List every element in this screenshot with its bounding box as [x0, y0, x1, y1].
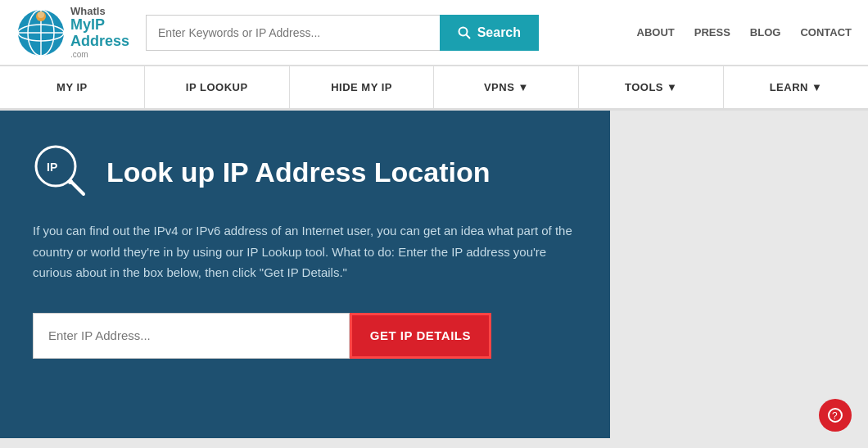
logo-globe-icon	[16, 8, 66, 57]
nav-contact[interactable]: CONTACT	[800, 26, 852, 38]
search-icon	[458, 26, 471, 39]
content-wrapper: IP Look up IP Address Location If you ca…	[0, 111, 868, 438]
svg-text:?: ?	[832, 410, 838, 422]
nav-press[interactable]: PRESS	[694, 26, 730, 38]
ip-address-input[interactable]	[33, 313, 350, 359]
nav-my-ip[interactable]: MY IP	[0, 66, 145, 108]
nav-learn[interactable]: LEARN ▼	[724, 66, 868, 108]
search-input[interactable]	[146, 15, 440, 51]
chat-icon: ?	[827, 407, 843, 423]
logo-link[interactable]: WhatIs MyIP Address .com	[16, 6, 129, 59]
hero-title: Look up IP Address Location	[106, 156, 491, 189]
nav-blog[interactable]: BLOG	[750, 26, 781, 38]
search-button-label: Search	[477, 25, 521, 40]
sidebar	[610, 111, 868, 438]
get-ip-details-button[interactable]: GET IP DETAILS	[350, 313, 491, 359]
hero-description: If you can find out the IPv4 or IPv6 add…	[33, 220, 573, 283]
top-navigation: ABOUT PRESS BLOG CONTACT	[637, 26, 852, 38]
svg-point-12	[68, 179, 73, 184]
logo-address: Address	[70, 34, 129, 50]
ip-lookup-icon: IP	[33, 143, 90, 201]
main-navigation: MY IP IP LOOKUP HIDE MY IP VPNS ▼ TOOLS …	[0, 66, 868, 111]
search-button[interactable]: Search	[440, 15, 539, 51]
nav-hide-my-ip[interactable]: HIDE MY IP	[290, 66, 435, 108]
svg-point-6	[38, 11, 44, 18]
logo-whatis: WhatIs	[70, 6, 129, 17]
main-content: IP Look up IP Address Location If you ca…	[0, 111, 610, 438]
nav-ip-lookup[interactable]: IP LOOKUP	[145, 66, 290, 108]
svg-point-7	[459, 27, 467, 35]
logo-myip: MyIP	[70, 17, 129, 34]
svg-line-8	[466, 34, 470, 38]
svg-text:IP: IP	[47, 161, 57, 174]
nav-vpns[interactable]: VPNS ▼	[434, 66, 579, 108]
header: WhatIs MyIP Address .com Search ABOUT PR…	[0, 0, 868, 66]
logo-text: WhatIs MyIP Address .com	[70, 6, 129, 59]
chat-button[interactable]: ?	[819, 399, 852, 432]
nav-about[interactable]: ABOUT	[637, 26, 675, 38]
ip-lookup-form: GET IP DETAILS	[33, 313, 491, 359]
logo-dotcom: .com	[70, 50, 129, 59]
hero-title-area: IP Look up IP Address Location	[33, 143, 577, 201]
nav-tools[interactable]: TOOLS ▼	[579, 66, 724, 108]
search-area: Search	[146, 15, 539, 51]
